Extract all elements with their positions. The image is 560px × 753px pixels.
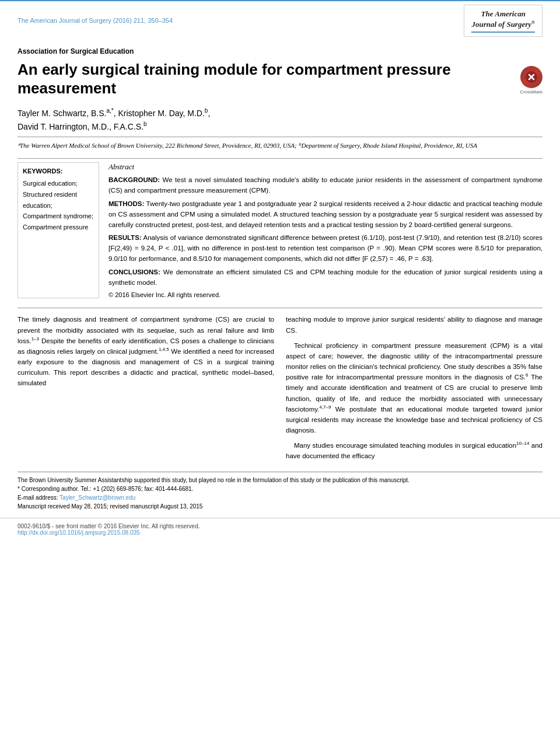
footnote-manuscript: Manuscript received May 28, 2015; revise… [18,502,542,511]
journal-logo: The American Journal of Surgery® [464,5,542,37]
doi-link[interactable]: http://dx.doi.org/10.1016/j.amjsurg.2015… [18,529,140,536]
email-link[interactable]: Tayler_Schwartz@brown.edu [60,494,135,501]
keyword-4: Compartment pressure [23,222,94,233]
main-content: Association for Surgical Education An ea… [0,47,560,511]
authors: Tayler M. Schwartz, B.S.a,*, Kristopher … [18,106,542,133]
conclusions-label: CONCLUSIONS: [108,269,160,276]
conclusions-text: We demonstrate an efficient simulated CS… [108,269,542,286]
journal-logo-area: The American Journal of Surgery® [464,5,542,37]
methods-label: METHODS: [108,200,144,207]
logo-title-line1: The American Journal of Surgery® [471,9,535,30]
body-left-column: The timely diagnosis and treatment of co… [18,314,274,466]
ref-1-3: 1–3 [32,336,39,341]
background-text: We test a novel simulated teaching modul… [108,176,542,194]
title-row: An early surgical training module for co… [18,60,542,106]
bottom-bar: 0002-9610/$ - see front matter © 2016 El… [0,518,560,538]
keyword-1: Surgical education; [23,178,94,189]
ref-1-4-5: 1,4,5 [159,347,169,352]
copyright: © 2016 Elsevier Inc. All rights reserved… [108,291,542,298]
abstract-background: BACKGROUND: We test a novel simulated te… [108,175,542,196]
crossmark-label: CrossMark [520,89,542,95]
abstract-section: Abstract BACKGROUND: We test a novel sim… [108,162,542,298]
crossmark-badge: CrossMark [520,66,542,95]
results-label: RESULTS: [108,234,142,241]
body-left-para1: The timely diagnosis and treatment of co… [18,314,274,388]
divider-affiliations [18,158,542,159]
doi-line: http://dx.doi.org/10.1016/j.amjsurg.2015… [18,529,542,536]
background-label: BACKGROUND: [108,176,160,183]
body-right-para1: teaching module to improve junior surgic… [286,314,542,335]
keywords-abstract-section: KEYWORDS: Surgical education; Structured… [18,162,542,298]
journal-reference: The American Journal of Surgery (2016) 2… [18,17,173,24]
page: The American Journal of Surgery (2016) 2… [0,0,560,753]
author-1-sup: a,* [106,107,113,114]
footnote-corresponding: * Corresponding author. Tel.: +1 (202) 6… [18,484,542,493]
abstract-text: BACKGROUND: We test a novel simulated te… [108,175,542,288]
ref-4-7-9: 4,7–9 [319,405,331,410]
body-right-para3: Many studies encourage simulated teachin… [286,440,542,461]
body-right-column: teaching module to improve junior surgic… [286,314,542,466]
abstract-results: RESULTS: Analysis of variance demonstrat… [108,233,542,264]
article-title: An early surgical training module for co… [18,60,520,98]
crossmark-icon [520,66,542,88]
abstract-conclusions: CONCLUSIONS: We demonstrate an efficient… [108,267,542,288]
results-text: Analysis of variance demonstrated signif… [108,234,542,262]
footnote-area: The Brown University Summer Assistantshi… [18,472,542,511]
issn-line: 0002-9610/$ - see front matter © 2016 El… [18,523,542,529]
ref-6: 6 [526,372,528,378]
keyword-3: Compartment syndrome; [23,211,94,222]
body-columns: The timely diagnosis and treatment of co… [18,314,542,466]
divider-authors [18,137,542,137]
author-1-name: Tayler M. Schwartz, B.S. [18,108,106,117]
author-3-name: David T. Harrington, M.D., F.A.C.S. [18,121,144,131]
author-2-name: Kristopher M. Day, M.D. [118,108,205,117]
keywords-box: KEYWORDS: Surgical education; Structured… [18,162,99,298]
abstract-methods: METHODS: Twenty-two postgraduate year 1 … [108,199,542,230]
affiliations: ᵃThe Warren Alpert Medical School of Bro… [18,141,542,151]
keyword-2: Structured resident education; [23,189,94,211]
author-3-sup: b [144,121,147,127]
abstract-label: Abstract [108,162,542,172]
footnote-email: E-mail address: Tayler_Schwartz@brown.ed… [18,493,542,502]
keywords-list: Surgical education; Structured resident … [23,178,94,232]
section-label: Association for Surgical Education [18,47,542,55]
methods-text: Twenty-two postgraduate year 1 and postg… [108,200,542,228]
keywords-title: KEYWORDS: [23,168,94,175]
body-right-para2: Technical proficiency in compartment pre… [286,340,542,435]
divider-abstract [18,308,542,308]
top-bar: The American Journal of Surgery (2016) 2… [0,0,560,39]
footnote-support: The Brown University Summer Assistantshi… [18,476,542,484]
email-label: E-mail address: [18,494,58,501]
ref-10-14: 10–14 [516,441,529,446]
